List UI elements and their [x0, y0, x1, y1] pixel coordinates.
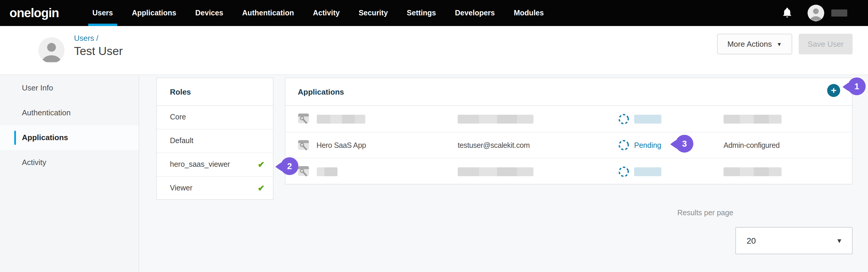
more-actions-label: More Actions — [727, 40, 772, 48]
roles-panel-title: Roles — [157, 78, 273, 106]
role-row-viewer[interactable]: Viewer✔ — [157, 177, 273, 200]
role-row-core[interactable]: Core — [157, 106, 273, 130]
app-provisioning: Admin-configured — [723, 132, 780, 159]
nav-item-security[interactable]: Security — [359, 0, 388, 26]
add-application-button[interactable]: + — [827, 84, 840, 97]
skeleton-status — [634, 167, 661, 176]
skeleton-app-name — [317, 115, 365, 124]
role-name: hero_saas_viewer — [170, 160, 230, 169]
role-name: Viewer — [170, 184, 192, 192]
app-name[interactable]: Hero SaaS App — [316, 132, 366, 159]
active-indicator — [14, 131, 16, 145]
nav-item-authentication[interactable]: Authentication — [242, 0, 294, 26]
svg-text:2: 2 — [287, 162, 292, 171]
default-app-icon — [298, 166, 310, 178]
nav-menu: Users Applications Devices Authenticatio… — [92, 0, 544, 26]
role-name: Core — [170, 113, 186, 121]
annotation-pin-1: 1 — [841, 76, 866, 96]
svg-text:1: 1 — [855, 81, 859, 91]
nav-item-modules[interactable]: Modules — [514, 0, 544, 26]
results-per-page-select[interactable]: 20 ▼ — [735, 227, 852, 254]
annotation-pin-2: 2 — [274, 157, 299, 176]
pending-spinner-icon — [618, 140, 629, 151]
check-icon: ✔ — [258, 153, 265, 176]
nav-item-applications[interactable]: Applications — [132, 0, 177, 26]
loading-spinner-icon — [618, 166, 629, 177]
top-nav: onelogin Users Applications Devices Auth… — [0, 0, 868, 26]
roles-panel: Roles Core Default hero_saas_viewer✔ Vie… — [156, 77, 274, 200]
app-row-hero-saas[interactable]: Hero SaaS App testuser@scalekit.com Pend… — [285, 132, 852, 159]
annotation-pin-3: 3 — [669, 134, 694, 153]
chevron-down-icon: ▼ — [777, 41, 782, 47]
check-icon: ✔ — [258, 177, 265, 200]
skeleton-policy — [723, 167, 781, 176]
app-row-loading — [285, 159, 852, 185]
sidebar-item-label: Applications — [22, 133, 68, 142]
default-app-icon — [298, 139, 310, 152]
page-title: Test User — [74, 44, 123, 58]
nav-item-developers[interactable]: Developers — [455, 0, 495, 26]
chevron-down-icon: ▼ — [836, 228, 842, 254]
applications-panel: Applications Hero SaaS App — [285, 77, 852, 184]
app-row-loading — [285, 106, 852, 132]
user-profile-avatar — [38, 37, 65, 63]
breadcrumb[interactable]: Users / — [74, 34, 98, 42]
svg-text:3: 3 — [682, 139, 686, 148]
selected-value: 20 — [747, 228, 756, 254]
nav-item-devices[interactable]: Devices — [195, 0, 223, 26]
sidebar-item-user-info[interactable]: User Info — [0, 76, 138, 101]
results-per-page-label: Results per page — [677, 209, 733, 217]
nav-item-settings[interactable]: Settings — [407, 0, 436, 26]
skeleton-policy — [723, 115, 781, 124]
sidebar: User Info Authentication Applications Ac… — [0, 76, 139, 272]
save-user-button[interactable]: Save User — [799, 34, 852, 55]
role-name: Default — [170, 137, 193, 145]
onelogin-logo[interactable]: onelogin — [9, 0, 59, 26]
skeleton-status — [634, 115, 661, 124]
page-header: Users / Test User More Actions▼ Save Use… — [0, 26, 868, 75]
role-row-default[interactable]: Default — [157, 130, 273, 153]
sidebar-item-activity[interactable]: Activity — [0, 150, 138, 175]
app-status: Pending — [634, 132, 661, 159]
nav-item-activity[interactable]: Activity — [313, 0, 340, 26]
account-name-chip[interactable] — [831, 9, 847, 16]
skeleton-app-name — [317, 167, 338, 176]
default-app-icon — [298, 113, 310, 125]
user-avatar[interactable] — [808, 5, 824, 21]
more-actions-button[interactable]: More Actions▼ — [717, 34, 792, 55]
applications-panel-title: Applications — [285, 78, 852, 106]
loading-spinner-icon — [618, 113, 629, 125]
role-row-hero-saas-viewer[interactable]: hero_saas_viewer✔ — [157, 153, 273, 177]
skeleton-login — [458, 167, 533, 176]
notifications-bell-icon[interactable] — [783, 8, 792, 18]
sidebar-item-authentication[interactable]: Authentication — [0, 101, 138, 125]
app-login: testuser@scalekit.com — [458, 132, 530, 159]
skeleton-login — [458, 115, 533, 124]
sidebar-item-applications[interactable]: Applications — [0, 125, 138, 150]
nav-item-users[interactable]: Users — [92, 0, 113, 26]
